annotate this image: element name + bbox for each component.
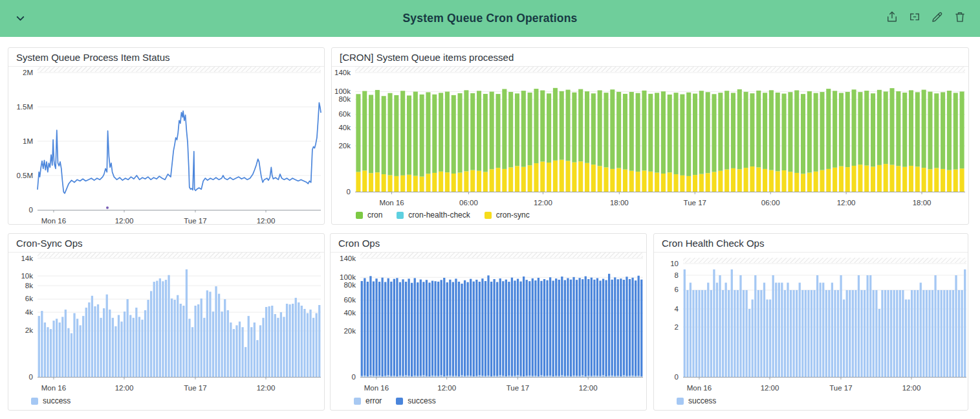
dashboard-header: System Queue Cron Operations xyxy=(0,0,980,37)
cron_sync_ops-legend: success xyxy=(31,396,71,406)
embed-cells-icon xyxy=(908,10,921,23)
legend-label: cron-health-check xyxy=(408,210,470,220)
x-axis-label: Mon 16 xyxy=(379,199,404,207)
x-axis-label: Tue 17 xyxy=(684,199,706,207)
y-axis-label: 140k xyxy=(334,69,351,76)
x-axis-label: Tue 17 xyxy=(506,384,529,392)
y-axis-label: 100k xyxy=(340,273,356,281)
cron-ops-chart[interactable]: 020k40k60k80k100k140kMon 1612:00Tue 1712… xyxy=(331,253,646,410)
x-axis-label: 12:00 xyxy=(579,384,598,392)
y-axis-label: 0 xyxy=(29,373,33,381)
y-axis-label: 20k xyxy=(343,327,356,335)
x-axis-label: 12:00 xyxy=(534,199,552,207)
dashboard-page: System Queue Cron Operations xyxy=(0,0,980,419)
y-axis-label: 2M xyxy=(23,69,33,76)
legend-item-success[interactable]: success xyxy=(677,396,716,406)
x-axis-label: Tue 17 xyxy=(829,384,852,392)
y-axis-label: 1M xyxy=(23,137,33,145)
y-axis-label: 60k xyxy=(338,110,351,118)
legend-item-success[interactable]: success xyxy=(31,396,71,406)
x-axis-label: 12:00 xyxy=(837,199,856,207)
x-axis-label: Mon 16 xyxy=(687,384,712,392)
y-axis-label: 0 xyxy=(29,206,33,214)
legend-label: success xyxy=(43,396,71,406)
items-processed-chart[interactable]: 020k40k60k80k100k140kMon 1606:0012:0018:… xyxy=(332,67,968,224)
y-axis-label: 140k xyxy=(340,255,356,262)
embed-button[interactable] xyxy=(908,10,922,24)
x-axis-label: 12:00 xyxy=(257,384,276,392)
cron_sync_ops-chart-canvas[interactable]: 02k4k6k8k10k14kMon 1612:00Tue 1712:00 xyxy=(8,253,324,410)
x-axis-label: 18:00 xyxy=(610,199,629,207)
legend-item-success[interactable]: success xyxy=(396,396,435,406)
items_processed-legend: croncron-health-checkcron-sync xyxy=(356,210,530,220)
x-axis-label: 12:00 xyxy=(115,384,134,392)
y-axis-label: 4 xyxy=(675,305,679,313)
legend-swatch xyxy=(397,212,404,219)
edit-button[interactable] xyxy=(930,10,944,24)
y-axis-label: 0.5M xyxy=(16,172,33,179)
y-axis-label: 0 xyxy=(347,188,351,196)
x-axis-label: Mon 16 xyxy=(41,384,66,392)
x-axis-label: 06:00 xyxy=(459,199,478,207)
share-button[interactable] xyxy=(885,10,899,24)
y-axis-label: 40k xyxy=(343,309,356,317)
y-axis-label: 2k xyxy=(25,326,33,334)
x-axis-label: Mon 16 xyxy=(364,384,389,392)
legend-swatch xyxy=(485,212,492,219)
legend-swatch xyxy=(31,398,38,405)
pencil-icon xyxy=(931,10,944,23)
panel-title: Cron Ops xyxy=(331,234,646,253)
y-axis-label: 80k xyxy=(343,281,356,289)
legend-label: cron-sync xyxy=(496,210,530,220)
cron-health-check-ops-chart[interactable]: 0246810Mon 1612:00Tue 1712:00success xyxy=(654,253,968,410)
x-axis-label: Tue 17 xyxy=(184,384,206,392)
y-axis-label: 14k xyxy=(21,255,33,262)
x-axis-label: Mon 16 xyxy=(41,217,66,224)
x-axis-label: 12:00 xyxy=(437,384,456,392)
x-axis-label: 12:00 xyxy=(115,217,134,224)
dashboard-title: System Queue Cron Operations xyxy=(0,12,980,25)
legend-swatch xyxy=(354,398,361,405)
cron-sync-ops-chart[interactable]: 02k4k6k8k10k14kMon 1612:00Tue 1712:00suc… xyxy=(8,253,324,410)
y-axis-label: 100k xyxy=(334,87,351,95)
process-item-status-chart[interactable]: 00.5M1M1.5M2MMon 1612:00Tue 1712:00 xyxy=(8,67,324,224)
y-axis-label: 0 xyxy=(352,373,356,381)
process_item_status-chart-canvas[interactable]: 00.5M1M1.5M2MMon 1612:00Tue 1712:00 xyxy=(8,67,324,224)
panel-cron-health-check-ops: Cron Health Check Ops 0246810Mon 1612:00… xyxy=(653,233,968,411)
legend-label: success xyxy=(688,396,716,406)
legend-item-cron-health-check[interactable]: cron-health-check xyxy=(397,210,470,220)
y-axis-label: 6k xyxy=(25,295,33,302)
health_check_ops-legend: success xyxy=(677,396,716,406)
y-axis-label: 80k xyxy=(338,95,351,103)
y-axis-label: 1.5M xyxy=(16,103,33,111)
y-axis-label: 8 xyxy=(675,271,679,279)
y-axis-label: 40k xyxy=(338,124,351,131)
y-axis-label: 20k xyxy=(338,142,351,150)
legend-item-cron-sync[interactable]: cron-sync xyxy=(485,210,530,220)
delete-button[interactable] xyxy=(953,10,967,24)
panel-title: System Queue Process Item Status xyxy=(8,48,324,67)
health_check_ops-chart-canvas[interactable]: 0246810Mon 1612:00Tue 1712:00 xyxy=(654,253,968,410)
legend-item-cron[interactable]: cron xyxy=(356,210,382,220)
items_processed-chart-canvas[interactable]: 020k40k60k80k100k140kMon 1606:0012:0018:… xyxy=(332,67,968,224)
panel-title: Cron-Sync Ops xyxy=(8,234,324,253)
legend-label: cron xyxy=(367,210,382,220)
y-axis-label: 0 xyxy=(675,373,679,381)
x-axis-label: 12:00 xyxy=(257,217,276,224)
y-axis-label: 10 xyxy=(670,260,679,267)
y-axis-label: 4k xyxy=(25,308,33,316)
legend-item-error[interactable]: error xyxy=(354,396,382,406)
cron_ops-chart-canvas[interactable]: 020k40k60k80k100k140kMon 1612:00Tue 1712… xyxy=(331,253,646,410)
y-axis-label: 8k xyxy=(25,282,33,289)
legend-label: success xyxy=(408,396,435,406)
x-axis-label: 06:00 xyxy=(761,199,780,207)
panel-cron-ops: Cron Ops 020k40k60k80k100k140kMon 1612:0… xyxy=(330,233,647,411)
trash-icon xyxy=(953,10,966,23)
panel-process-item-status: System Queue Process Item Status 00.5M1M… xyxy=(8,47,325,225)
x-axis-label: 12:00 xyxy=(902,384,921,392)
y-axis-label: 60k xyxy=(343,296,356,304)
y-axis-label: 2 xyxy=(675,323,679,331)
share-export-icon xyxy=(886,10,898,23)
y-axis-label: 10k xyxy=(21,272,33,280)
x-axis-label: 18:00 xyxy=(913,199,931,207)
